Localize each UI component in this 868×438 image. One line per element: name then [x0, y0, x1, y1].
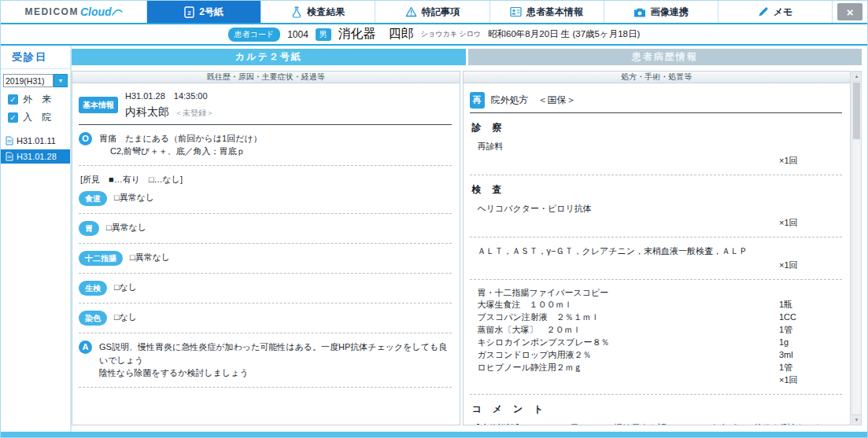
year-input[interactable] — [3, 74, 54, 87]
exam-item-name: 再診料 — [470, 140, 844, 153]
tab-test-results[interactable]: 検査結果 — [261, 1, 375, 23]
scroll-up-button[interactable]: ▲ — [852, 72, 861, 82]
section-exam-title: 診 察 — [472, 120, 844, 134]
scrollbar-thumb[interactable] — [853, 83, 860, 139]
close-button[interactable]: × — [837, 3, 862, 20]
spacer — [470, 259, 780, 272]
comment-line-1: 【症状詳記】 胃カメラで慢性胃炎を認めたため、血中ピロリ抗体を測定しまし — [472, 421, 844, 425]
divider — [79, 124, 452, 125]
procedure-qty: 1管 — [779, 362, 844, 374]
exam-qty-row: ×1回 — [470, 154, 844, 167]
soap-a-badge: A — [79, 340, 92, 354]
test-item-row: ヘリコバクター・ピロリ抗体 — [470, 202, 844, 215]
finding-staining: 染色 □なし — [79, 311, 453, 326]
scroll-down-icon: ▼ — [855, 418, 859, 422]
divider — [79, 387, 452, 388]
procedure-total-qty: ×1回 — [779, 374, 844, 387]
divider — [470, 279, 843, 280]
patient-kana: ショウカキ シロウ — [421, 29, 481, 39]
divider — [470, 175, 843, 175]
main-area: カルテ２号紙 患者病歴情報 既往歴・原因・主要症状・経過等 基本情報 H31.0… — [72, 46, 867, 432]
year-selector: ▼ — [3, 74, 68, 87]
checkbox-inpatient[interactable]: ✓ 入 院 — [1, 109, 70, 127]
entry-head-lines: H31.01.28 14:35:00 内科太郎＜未登録＞ — [125, 90, 214, 120]
soap-a-entry: A GS説明、慢性胃炎に急性炎症が加わった可能性はある。一度HP抗体チェックをし… — [79, 340, 453, 380]
soap-o-badge: O — [79, 132, 92, 145]
procedure-qty: 1g — [779, 337, 844, 349]
comment-text: 胃カメラで慢性胃炎を認めたため、血中ピロリ抗体を測定しまし — [571, 421, 825, 425]
tab-memo[interactable]: メモ — [718, 1, 833, 23]
procedure-qty — [779, 287, 844, 300]
tab-karte-2gou[interactable]: カルテ２号紙 — [72, 49, 466, 65]
pencil-icon — [758, 6, 769, 17]
content-body: 受診日 ▼ ✓ 外 来 ✓ 入 院 H31.01.11 — [1, 46, 867, 432]
finding-text: □なし — [114, 281, 137, 294]
visit-date-label: H31.01.11 — [17, 136, 56, 145]
tab-patient-history[interactable]: 患者病歴情報 — [468, 49, 862, 65]
app-window: MEDICOM Cloud 2 2号紙 検査結果 特記事項 — [0, 0, 868, 438]
warning-icon — [405, 6, 417, 17]
finding-badge: 染色 — [79, 311, 107, 326]
test-qty-row: ×1回 — [470, 216, 844, 230]
patient-name: 消化器 四郎 — [338, 26, 414, 42]
scrollbar-track[interactable] — [852, 82, 861, 414]
left-column-header: 既往歴・原因・主要症状・経過等 — [72, 72, 460, 83]
prescription-column: 処方・手術・処置等 再 院外処方 ＜国保＞ 診 察 再診料 — [463, 71, 851, 425]
tab-label: 特記事項 — [422, 6, 460, 19]
patient-type-badge: 男 — [316, 28, 331, 41]
procedure-row: ガスコンドロップ内用液２％ 3ml — [470, 349, 844, 362]
procedure-row: ロヒプノール静注用２ｍｇ 1管 — [470, 362, 844, 374]
left-column-content: 基本情報 H31.01.28 14:35:00 内科太郎＜未登録＞ O — [72, 83, 460, 425]
finding-badge: 十二指腸 — [79, 251, 123, 266]
logo-medicom-text: MEDICOM — [24, 6, 79, 17]
tab-special-notes[interactable]: 特記事項 — [375, 1, 489, 23]
patient-code-value: 1004 — [287, 29, 308, 40]
checkbox-outpatient[interactable]: ✓ 外 来 — [1, 90, 70, 109]
scroll-down-button[interactable]: ▼ — [852, 414, 861, 425]
findings-legend: [所見 ■…有り □…なし] — [80, 173, 453, 186]
comment-label: 【症状詳記】 — [472, 421, 571, 425]
soap-o-text: 胃痛 たまにある（前回からは1回だけ） C2,前彎び＋＋、底／角入；胃底ｐ — [99, 132, 262, 158]
procedure-name: 大塚生食注 １００ｍｌ — [470, 299, 780, 311]
section-comment-title: コ メ ン ト — [472, 402, 844, 416]
test-item-name: ヘリコバクター・ピロリ抗体 — [470, 202, 844, 215]
tab-label: 検査結果 — [307, 6, 345, 19]
vertical-scrollbar[interactable]: ▲ ▼ — [851, 71, 862, 425]
visit-date-item-selected[interactable]: H31.01.28 — [1, 149, 70, 164]
tab-karte2[interactable]: 2 2号紙 — [147, 1, 261, 23]
visit-date-item[interactable]: H31.01.11 — [1, 134, 70, 148]
tab-image-link[interactable]: 画像連携 — [604, 1, 718, 23]
basic-info-badge: 基本情報 — [79, 97, 118, 113]
procedure-name: キシロカインポンプスプレー８％ — [470, 337, 780, 349]
procedure-qty: 3ml — [779, 349, 844, 362]
spacer — [470, 374, 780, 387]
tab-label: 2号紙 — [199, 6, 223, 19]
app-logo: MEDICOM Cloud — [1, 1, 147, 23]
test-qty: ×1回 — [779, 216, 844, 230]
procedure-name: 胃・十二指腸ファイバースコピー — [470, 287, 780, 300]
tab-patient-basic-info[interactable]: 患者基本情報 — [490, 1, 604, 23]
labs-qty: ×1回 — [779, 259, 844, 272]
divider — [470, 112, 843, 113]
checkbox-label: 外 来 — [23, 93, 51, 106]
right-column-header: 処方・手術・処置等 — [464, 72, 851, 83]
soap-a-line1: GS説明、慢性胃炎に急性炎症が加わった可能性はある。一度HP抗体チェックをしても… — [99, 340, 453, 366]
doctor-status: ＜未登録＞ — [175, 109, 214, 117]
karte-tab-bar: カルテ２号紙 患者病歴情報 — [72, 49, 862, 65]
flask-icon — [291, 6, 302, 18]
finding-esophagus: 食道 □異常なし — [79, 191, 453, 206]
section-test-title: 検 査 — [472, 182, 844, 197]
prescription-title: 院外処方 ＜国保＞ — [491, 93, 576, 107]
history-symptoms-column: 既往歴・原因・主要症状・経過等 基本情報 H31.01.28 14:35:00 … — [72, 71, 460, 425]
divider — [79, 213, 452, 214]
year-dropdown-button[interactable]: ▼ — [54, 74, 68, 87]
patient-birthdate: 昭和60年8月20日 生 (37歳5ヶ月18日) — [488, 28, 640, 40]
divider — [79, 333, 452, 333]
visit-date-list: H31.01.11 H31.01.28 — [1, 134, 70, 164]
exam-qty: ×1回 — [779, 154, 844, 167]
procedure-row: 大塚生食注 １００ｍｌ 1瓶 — [470, 299, 844, 311]
finding-badge: 食道 — [79, 191, 107, 206]
procedure-row: 蒸留水〔大塚〕 ２０ｍｌ 1管 — [470, 324, 844, 337]
procedure-qty: 1管 — [779, 324, 844, 337]
tab-label: 画像連携 — [651, 6, 689, 19]
